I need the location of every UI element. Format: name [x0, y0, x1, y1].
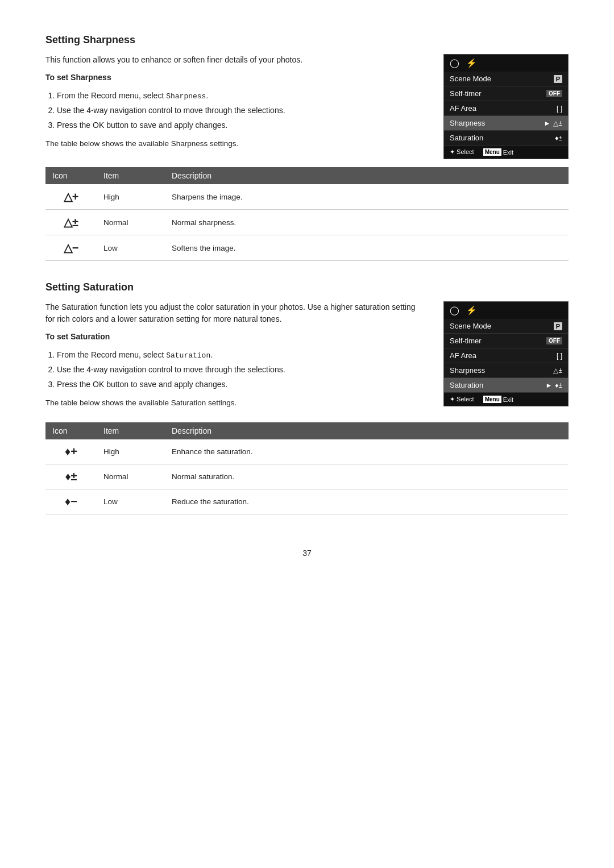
saturation-below-text: The table below shows the available Satu…	[45, 397, 426, 409]
lightning-icon: ⚡	[466, 58, 477, 68]
menu-row-af-area: AF Area [ ]	[444, 101, 568, 116]
footer-exit-saturation: Menu Exit	[483, 396, 513, 403]
sharpness-table-header: Icon Item Description	[45, 167, 569, 184]
saturation-title: Setting Saturation	[45, 281, 569, 293]
saturation-camera-menu: ◯ ⚡ Scene Mode P Self-timer OFF AF Area …	[443, 301, 569, 406]
page-number: 37	[45, 549, 569, 558]
saturation-desc-normal: Normal saturation.	[165, 464, 569, 489]
saturation-section: Setting Saturation The Saturation functi…	[45, 281, 569, 514]
saturation-table: Icon Item Description ♦+ High Enhance th…	[45, 422, 569, 514]
sharpness-instructions: To set Sharpness From the Record menu, s…	[45, 72, 426, 132]
sat-menu-row-scene-mode: Scene Mode P	[444, 319, 568, 334]
saturation-table-body: ♦+ High Enhance the saturation. ♦± Norma…	[45, 439, 569, 514]
sharpness-desc-normal: Normal sharpness.	[165, 210, 569, 235]
menu-row-saturation: Saturation ♦±	[444, 131, 568, 146]
sharpness-col-icon: Icon	[45, 167, 97, 184]
menu-row-scene-mode: Scene Mode P	[444, 72, 568, 86]
saturation-col-icon: Icon	[45, 422, 97, 439]
sharpness-step-1: From the Record menu, select Sharpness.	[57, 89, 426, 103]
saturation-icon-high: ♦+	[45, 439, 97, 464]
sat-menu-row-self-timer: Self-timer OFF	[444, 334, 568, 348]
footer-select-sharpness: ✦ Select	[450, 148, 474, 156]
sharpness-col-item: Item	[97, 167, 165, 184]
sharpness-title: Setting Sharpness	[45, 34, 569, 46]
table-row: ♦+ High Enhance the saturation.	[45, 439, 569, 464]
table-row: △− Low Softens the image.	[45, 235, 569, 261]
sharpness-table-header-row: Icon Item Description	[45, 167, 569, 184]
saturation-menu-header: ◯ ⚡	[444, 302, 568, 319]
camera-icon: ◯	[450, 58, 459, 68]
camera-icon-2: ◯	[450, 305, 459, 315]
sharpness-table-body: △+ High Sharpens the image. △± Normal No…	[45, 184, 569, 261]
saturation-table-header-row: Icon Item Description	[45, 422, 569, 439]
sharpness-icon-low: △−	[45, 235, 97, 261]
saturation-instructions: To set Saturation From the Record menu, …	[45, 331, 426, 392]
table-row: ♦− Low Reduce the saturation.	[45, 489, 569, 514]
saturation-intro: The Saturation function lets you adjust …	[45, 301, 426, 325]
footer-exit-sharpness: Menu Exit	[483, 148, 513, 156]
saturation-menu-footer: ✦ Select Menu Exit	[444, 393, 568, 406]
sharpness-below-text: The table below shows the available Shar…	[45, 138, 426, 149]
sharpness-steps-list: From the Record menu, select Sharpness. …	[57, 89, 426, 132]
saturation-item-high: High	[97, 439, 165, 464]
sharpness-icon-normal: △±	[45, 210, 97, 235]
saturation-col-desc: Description	[165, 422, 569, 439]
sharpness-menu-footer: ✦ Select Menu Exit	[444, 146, 568, 159]
sharpness-menu-header: ◯ ⚡	[444, 55, 568, 72]
table-row: △+ High Sharpens the image.	[45, 184, 569, 210]
saturation-to-set-label: To set Saturation	[45, 331, 426, 343]
saturation-icon-low: ♦−	[45, 489, 97, 514]
table-row: △± Normal Normal sharpness.	[45, 210, 569, 235]
saturation-step-1: From the Record menu, select Saturation.	[57, 348, 426, 362]
sharpness-to-set-label: To set Sharpness	[45, 72, 426, 84]
saturation-step-2: Use the 4-way navigation control to move…	[57, 363, 426, 377]
saturation-item-normal: Normal	[97, 464, 165, 489]
saturation-body: The Saturation function lets you adjust …	[45, 301, 569, 414]
saturation-table-header: Icon Item Description	[45, 422, 569, 439]
table-row: ♦± Normal Normal saturation.	[45, 464, 569, 489]
sharpness-text-col: This function allows you to enhance or s…	[45, 54, 426, 155]
sharpness-desc-low: Softens the image.	[165, 235, 569, 261]
footer-select-saturation: ✦ Select	[450, 396, 474, 403]
sat-menu-row-sharpness: Sharpness △±	[444, 363, 568, 378]
sat-menu-row-af-area: AF Area [ ]	[444, 348, 568, 363]
sharpness-intro: This function allows you to enhance or s…	[45, 54, 426, 66]
saturation-icon-normal: ♦±	[45, 464, 97, 489]
saturation-steps-list: From the Record menu, select Saturation.…	[57, 348, 426, 392]
saturation-col-item: Item	[97, 422, 165, 439]
sharpness-item-low: Low	[97, 235, 165, 261]
sharpness-camera-menu: ◯ ⚡ Scene Mode P Self-timer OFF AF Area …	[443, 54, 569, 159]
sharpness-desc-high: Sharpens the image.	[165, 184, 569, 210]
saturation-desc-high: Enhance the saturation.	[165, 439, 569, 464]
sharpness-item-high: High	[97, 184, 165, 210]
saturation-item-low: Low	[97, 489, 165, 514]
sharpness-step-2: Use the 4-way navigation control to move…	[57, 104, 426, 118]
menu-row-self-timer: Self-timer OFF	[444, 86, 568, 101]
saturation-desc-low: Reduce the saturation.	[165, 489, 569, 514]
sharpness-icon-high: △+	[45, 184, 97, 210]
saturation-text-col: The Saturation function lets you adjust …	[45, 301, 426, 414]
sat-menu-row-saturation-selected: Saturation ► ♦±	[444, 378, 568, 393]
sharpness-section: Setting Sharpness This function allows y…	[45, 34, 569, 261]
sharpness-table: Icon Item Description △+ High Sharpens t…	[45, 167, 569, 261]
sharpness-item-normal: Normal	[97, 210, 165, 235]
lightning-icon-2: ⚡	[466, 305, 477, 315]
saturation-step-3: Press the OK button to save and apply ch…	[57, 378, 426, 392]
sharpness-body: This function allows you to enhance or s…	[45, 54, 569, 159]
sharpness-col-desc: Description	[165, 167, 569, 184]
sharpness-step-3: Press the OK button to save and apply ch…	[57, 119, 426, 132]
menu-row-sharpness-selected: Sharpness ► △±	[444, 116, 568, 131]
